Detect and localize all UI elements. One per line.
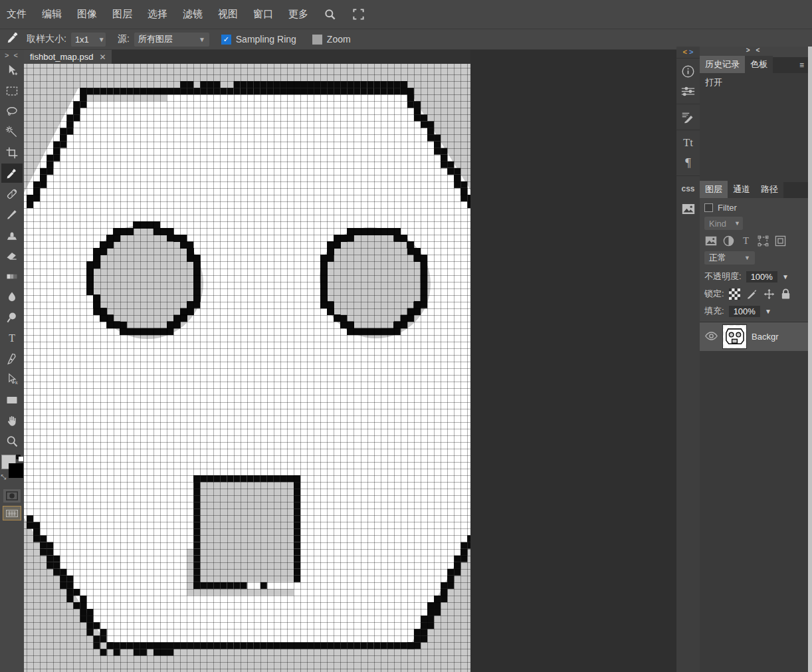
layer-visibility-eye-icon[interactable]	[705, 331, 718, 343]
svg-text:T: T	[742, 235, 748, 246]
source-select[interactable]: 所有图层▼	[134, 33, 209, 47]
filter-image-layers-icon[interactable]	[704, 234, 718, 247]
toolbox-collapse-icon[interactable]: > <	[0, 50, 24, 59]
filter-smart-objects-icon[interactable]	[773, 234, 787, 247]
panel-icon-rail: < > Tt ¶ css	[676, 47, 700, 672]
dodge-tool-button[interactable]	[1, 308, 23, 327]
opacity-value[interactable]: 100%	[746, 271, 777, 282]
chevron-down-icon: ▼	[98, 36, 105, 43]
document-canvas[interactable]	[24, 64, 470, 672]
toolbox: > <	[0, 50, 24, 672]
filter-adjustment-layers-icon[interactable]	[722, 234, 735, 247]
tab-swatches[interactable]: 色板	[745, 56, 773, 73]
panel-menu-icon[interactable]: ≡	[799, 60, 804, 70]
menu-more[interactable]: 更多	[288, 8, 308, 21]
opacity-label: 不透明度:	[704, 271, 742, 282]
sample-size-label: 取样大小:	[27, 33, 66, 45]
menu-window[interactable]: 窗口	[253, 8, 273, 21]
fill-label: 填充:	[704, 305, 724, 317]
close-tab-icon[interactable]: ✕	[99, 53, 106, 62]
layers-panel-empty-area	[700, 351, 808, 672]
fill-value[interactable]: 100%	[729, 306, 760, 317]
source-label: 源:	[118, 33, 130, 45]
lock-all-icon[interactable]	[781, 288, 791, 300]
lasso-tool-button[interactable]	[1, 102, 23, 121]
virtual-keyboard-button[interactable]	[3, 506, 21, 520]
crop-tool-button[interactable]	[1, 143, 23, 162]
document-tab[interactable]: fishbot_map.psd ✕	[24, 50, 112, 64]
filter-shape-layers-icon[interactable]	[756, 234, 769, 247]
fullscreen-icon[interactable]	[352, 8, 365, 21]
rect-select-tool-button[interactable]	[1, 81, 23, 100]
paragraph-panel-icon[interactable]: ¶	[676, 153, 700, 173]
info-panel-icon[interactable]	[676, 61, 700, 81]
layer-row-background[interactable]: Backgr	[700, 322, 808, 351]
tab-paths[interactable]: 路径	[756, 181, 783, 198]
tab-history[interactable]: 历史记录	[700, 56, 745, 73]
menu-layer[interactable]: 图层	[112, 8, 132, 21]
magic-wand-tool-button[interactable]	[1, 122, 23, 142]
lock-position-icon[interactable]	[763, 288, 775, 300]
zoom-tool-button[interactable]	[1, 431, 23, 451]
color-swatches: ⤡	[1, 455, 23, 485]
layer-kind-select[interactable]: Kind▼	[704, 217, 743, 230]
eyedropper-tool-icon	[5, 31, 20, 48]
menu-bar: 文件 编辑 图像 图层 选择 滤镜 视图 窗口 更多	[0, 0, 812, 29]
document-title: fishbot_map.psd	[30, 52, 93, 62]
blur-tool-button[interactable]	[1, 287, 23, 306]
layer-filter-label: Filter	[718, 203, 737, 213]
lock-transparency-icon[interactable]	[729, 288, 740, 300]
brush-tool-button[interactable]	[1, 205, 23, 224]
tab-layers[interactable]: 图层	[700, 181, 728, 198]
zoom-checkbox[interactable]	[312, 35, 322, 45]
default-colors-icon[interactable]	[16, 455, 23, 461]
eyedropper-tool-button[interactable]	[1, 164, 23, 183]
tab-channels[interactable]: 通道	[728, 181, 756, 198]
direct-select-tool-button[interactable]: k	[1, 370, 23, 389]
gradient-tool-button[interactable]	[1, 267, 23, 286]
search-icon[interactable]	[324, 8, 337, 21]
pen-tool-button[interactable]	[1, 349, 23, 368]
history-entry-open[interactable]: 打开	[700, 73, 808, 92]
rectangle-tool-button[interactable]	[1, 390, 23, 409]
type-tool-button[interactable]: T	[1, 328, 23, 348]
sampling-ring-checkbox[interactable]: ✓	[221, 35, 231, 45]
opacity-dropdown-icon[interactable]: ▼	[782, 273, 789, 280]
eraser-tool-button[interactable]	[1, 246, 23, 265]
menu-image[interactable]: 图像	[77, 8, 97, 21]
adjustments-panel-icon[interactable]	[676, 81, 700, 101]
blend-mode-select[interactable]: 正常▼	[704, 251, 755, 265]
history-tab-bar: 历史记录 色板 ≡	[700, 57, 808, 73]
character-panel-icon[interactable]: Tt	[676, 133, 700, 153]
image-assets-panel-icon[interactable]	[676, 199, 700, 219]
sampling-ring-label: Sampling Ring	[236, 34, 296, 45]
clone-stamp-tool-button[interactable]	[1, 225, 23, 245]
document-tab-strip: fishbot_map.psd ✕	[24, 50, 470, 64]
brush-settings-panel-icon[interactable]	[676, 107, 700, 127]
filter-type-layers-icon[interactable]: T	[739, 234, 752, 247]
menu-view[interactable]: 视图	[218, 8, 238, 21]
move-tool-button[interactable]	[1, 60, 23, 80]
menu-file[interactable]: 文件	[7, 8, 27, 21]
menu-edit[interactable]: 编辑	[42, 8, 62, 21]
zoom-label: Zoom	[327, 34, 351, 45]
layer-thumbnail[interactable]	[723, 325, 746, 348]
menu-select[interactable]: 选择	[148, 8, 167, 21]
fill-dropdown-icon[interactable]: ▼	[765, 308, 771, 315]
rail-collapse-icon[interactable]: < >	[676, 47, 700, 58]
sample-size-select[interactable]: 1x1▼	[71, 33, 106, 47]
svg-text:T: T	[9, 332, 15, 344]
css-panel-icon[interactable]: css	[676, 179, 700, 199]
layer-name: Backgr	[752, 332, 789, 342]
background-color-swatch[interactable]	[9, 463, 23, 478]
spot-heal-tool-button[interactable]	[1, 184, 23, 203]
lock-pixels-icon[interactable]	[746, 288, 758, 300]
swap-colors-icon[interactable]: ⤡	[1, 473, 6, 481]
lock-label: 锁定:	[704, 288, 724, 300]
menu-filter[interactable]: 滤镜	[183, 8, 203, 21]
window-scrollbar[interactable]	[808, 47, 812, 672]
quick-mask-button[interactable]	[3, 489, 21, 503]
panel-column: > < 历史记录 色板 ≡ 打开 图层 通道 路径 Filter Kind▼	[700, 47, 808, 672]
hand-tool-button[interactable]	[1, 411, 23, 430]
layer-filter-checkbox[interactable]	[704, 203, 713, 212]
